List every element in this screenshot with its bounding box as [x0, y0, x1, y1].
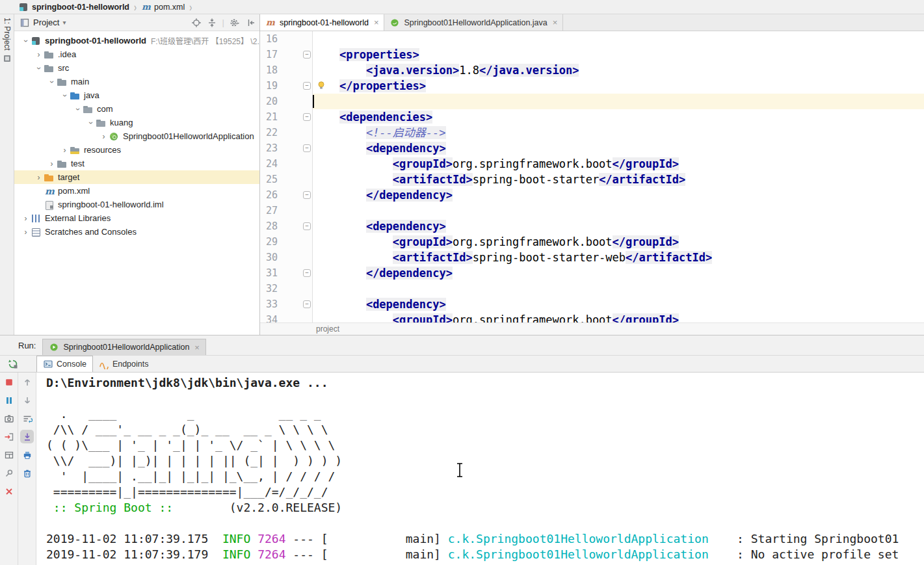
nav-crumb-springboot-01-helloworld[interactable]: springboot-01-helloworld	[18, 0, 129, 14]
fold-marker-icon[interactable]: −	[303, 191, 311, 199]
view-tab-endpoints[interactable]: Endpoints	[93, 356, 155, 372]
pause-icon[interactable]	[3, 395, 14, 406]
chevron-right-icon[interactable]: ›	[21, 214, 31, 223]
tree-item-pom-xml[interactable]: pom.xml	[14, 184, 259, 198]
chevron-right-icon[interactable]: ›	[34, 173, 44, 182]
hide-panel-icon[interactable]	[245, 18, 256, 28]
code-line-25[interactable]: <artifactId>spring-boot-starter</artifac…	[313, 172, 924, 187]
soft-wrap-icon[interactable]	[21, 413, 33, 424]
close-icon[interactable]	[3, 486, 14, 497]
tree-item-idea[interactable]: ›.idea	[14, 47, 259, 61]
tree-item-src[interactable]: ›src	[14, 61, 259, 75]
chevron-right-icon[interactable]: ›	[34, 50, 44, 59]
chevron-right-icon[interactable]: ›	[99, 132, 109, 141]
rerun-icon[interactable]	[8, 359, 18, 369]
code-line-24[interactable]: <groupId>org.springframework.boot</group…	[313, 156, 924, 172]
close-icon[interactable]: ×	[374, 18, 379, 27]
code-line-27[interactable]	[313, 203, 924, 218]
console-text: 2019-11-02 11:07:39.179	[46, 547, 222, 561]
close-icon[interactable]: ×	[553, 18, 558, 27]
close-icon[interactable]: ×	[194, 343, 200, 352]
stop-icon[interactable]	[3, 376, 14, 388]
bulb-icon[interactable]	[316, 80, 326, 90]
down-arrow-icon[interactable]	[21, 395, 33, 406]
code-line-29[interactable]: <groupId>org.springframework.boot</group…	[313, 234, 924, 250]
clear-icon[interactable]	[21, 467, 33, 479]
fold-marker-icon[interactable]: −	[303, 82, 311, 90]
code-text: org.springframework.boot	[453, 235, 613, 248]
chevron-right-icon[interactable]: ›	[60, 146, 70, 155]
code-line-21[interactable]: <dependencies>	[313, 109, 924, 125]
tool-button-project[interactable]: 1: Project	[0, 18, 14, 64]
fold-marker-icon[interactable]: −	[303, 113, 311, 121]
tree-item-com[interactable]: ›com	[14, 102, 259, 116]
folder-icon	[44, 63, 55, 73]
editor-tab-springboot01helloworldapplication-java[interactable]: Springboot01HelloworldApplication.java×	[384, 14, 563, 31]
fold-marker-icon[interactable]: −	[303, 269, 311, 277]
rerun-cell	[0, 356, 36, 372]
folder-icon	[96, 118, 107, 128]
tree-item-target[interactable]: ›target	[14, 170, 259, 184]
view-tab-console[interactable]: Console	[36, 356, 93, 372]
chevron-right-icon[interactable]: ›	[21, 228, 31, 237]
code-line-18[interactable]: <java.version>1.8</java.version>	[313, 62, 924, 78]
code-line-34[interactable]: <groupId>org.springframework.boot</group…	[313, 312, 924, 322]
fold-marker-icon[interactable]: −	[303, 51, 311, 59]
tree-item-main[interactable]: ›main	[14, 75, 259, 88]
collapse-all-icon[interactable]	[207, 18, 217, 28]
scroll-to-end-icon[interactable]	[21, 431, 33, 442]
exit-icon[interactable]	[3, 431, 14, 442]
fold-marker-icon[interactable]: −	[303, 222, 311, 230]
code-line-31[interactable]: </dependency>	[313, 265, 924, 281]
code-line-20[interactable]	[313, 94, 924, 109]
code-line-16[interactable]	[313, 31, 924, 47]
tree-item-kuang[interactable]: ›kuang	[14, 116, 259, 129]
code-line-30[interactable]: <artifactId>spring-boot-starter-web</art…	[313, 250, 924, 265]
restore-layout-icon[interactable]	[3, 449, 14, 460]
nav-crumb-pom-xml[interactable]: mpom.xml	[141, 0, 185, 14]
fold-marker-icon[interactable]: −	[303, 144, 311, 152]
code-line-33[interactable]: <dependency>	[313, 296, 924, 312]
folder-icon	[70, 145, 81, 155]
console-line	[46, 391, 924, 406]
chevron-down-icon[interactable]: ›	[21, 36, 31, 46]
code-area[interactable]: <properties> <java.version>1.8</java.ver…	[313, 31, 924, 322]
tree-item-external-libraries[interactable]: ›External Libraries	[14, 211, 259, 225]
thread-dump-icon[interactable]	[3, 413, 14, 424]
console-output[interactable]: D:\Environment\jdk8\jdk\bin\java.exe ...…	[36, 373, 924, 565]
code-line-23[interactable]: <dependency>	[313, 140, 924, 156]
code-line-19[interactable]: </properties>	[313, 78, 924, 94]
line-number: 33	[260, 298, 302, 310]
settings-gear-icon[interactable]	[230, 18, 240, 28]
code-line-22[interactable]: <!--启动器-->	[313, 125, 924, 140]
editor[interactable]: 1617−1819−2021−2223−242526−2728−293031−3…	[260, 31, 924, 322]
fold-marker-icon[interactable]: −	[303, 300, 311, 308]
run-content: D:\Environment\jdk8\jdk\bin\java.exe ...…	[0, 373, 924, 565]
chevron-down-icon[interactable]: ›	[60, 90, 70, 100]
tree-item-java[interactable]: ›java	[14, 88, 259, 102]
run-configuration-tab[interactable]: Springboot01HelloworldApplication ×	[42, 339, 205, 355]
project-view-selector[interactable]: Project ▾	[20, 18, 191, 28]
tree-item-scratches-and-consoles[interactable]: ›Scratches and Consoles	[14, 225, 259, 239]
chevron-down-icon[interactable]: ›	[73, 104, 83, 114]
code-line-28[interactable]: <dependency>	[313, 218, 924, 234]
tree-item-springboot-01-helloworld-iml[interactable]: springboot-01-helloworld.iml	[14, 198, 259, 211]
tree-item-springboot01helloworldapplication[interactable]: ›Springboot01HelloworldApplication	[14, 129, 259, 143]
up-arrow-icon[interactable]	[21, 376, 33, 388]
chevron-down-icon[interactable]: ›	[86, 118, 96, 127]
tree-item-resources[interactable]: ›resources	[14, 143, 259, 157]
chevron-right-icon[interactable]: ›	[47, 159, 57, 168]
chevron-down-icon[interactable]: ›	[47, 77, 57, 86]
chevron-down-icon[interactable]: ›	[34, 63, 44, 73]
code-line-17[interactable]: <properties>	[313, 47, 924, 62]
editor-tab-springboot-01-helloworld[interactable]: mspringboot-01-helloworld×	[260, 14, 384, 31]
print-icon[interactable]	[21, 449, 33, 460]
console-text	[250, 547, 257, 561]
code-line-32[interactable]	[313, 281, 924, 296]
code-line-26[interactable]: </dependency>	[313, 187, 924, 203]
pin-icon[interactable]	[3, 467, 14, 479]
xml-breadcrumb-project[interactable]: project	[316, 324, 339, 334]
locate-icon[interactable]	[191, 18, 202, 28]
tree-item-test[interactable]: ›test	[14, 157, 259, 170]
tree-item-springboot-01-helloworld[interactable]: ›springboot-01-helloworldF:\班级管理\西开 【195…	[14, 34, 259, 47]
